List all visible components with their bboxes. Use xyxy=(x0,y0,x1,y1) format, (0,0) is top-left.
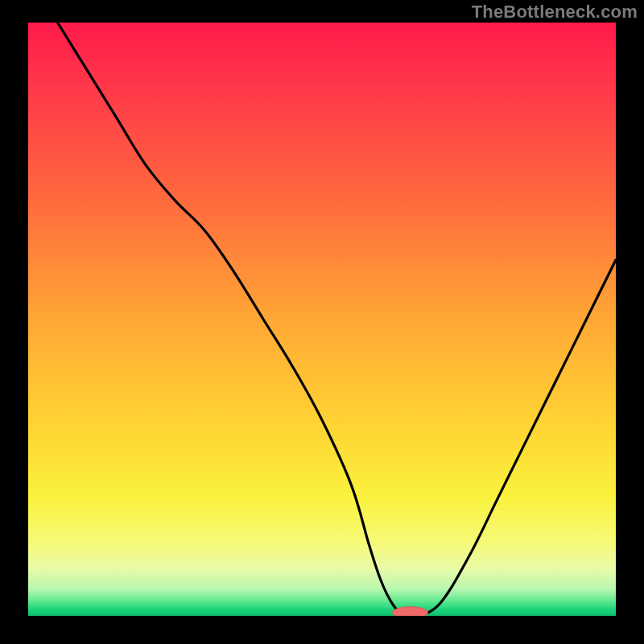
plot-area xyxy=(28,23,616,616)
watermark-text: TheBottleneck.com xyxy=(472,2,638,23)
minimum-marker xyxy=(393,607,428,616)
bottleneck-curve xyxy=(58,23,617,616)
curve-layer xyxy=(28,23,616,616)
chart-container: TheBottleneck.com xyxy=(0,0,644,644)
